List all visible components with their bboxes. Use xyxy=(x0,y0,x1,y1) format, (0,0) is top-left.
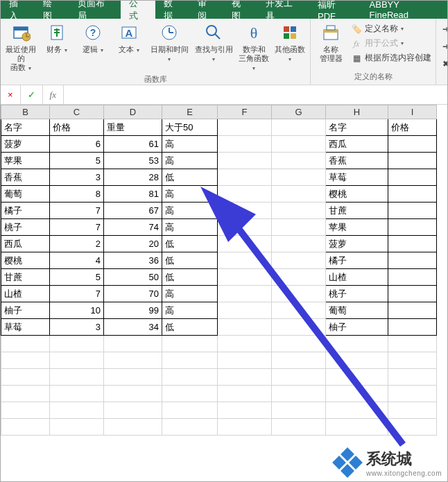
cell[interactable]: 草莓 xyxy=(326,169,388,186)
cell[interactable] xyxy=(1,402,50,419)
cell[interactable] xyxy=(218,169,272,186)
cell[interactable]: 高 xyxy=(162,219,218,236)
text-button[interactable]: A 文本 ▾ xyxy=(113,21,145,55)
cell[interactable] xyxy=(218,219,272,236)
tab-5[interactable]: 审阅 xyxy=(189,1,223,19)
cell[interactable]: 高 xyxy=(162,186,218,203)
cell[interactable]: 名字 xyxy=(1,119,50,136)
cell[interactable]: 高 xyxy=(162,153,218,169)
tab-1[interactable]: 绘图 xyxy=(35,1,69,19)
cell[interactable]: 高 xyxy=(162,286,218,302)
cell[interactable] xyxy=(162,369,218,386)
cell[interactable] xyxy=(388,186,437,203)
cell[interactable] xyxy=(388,286,437,302)
cell[interactable] xyxy=(272,136,326,153)
cell[interactable] xyxy=(218,119,272,136)
cell[interactable] xyxy=(218,153,272,169)
cell[interactable] xyxy=(272,386,326,402)
tab-4[interactable]: 数据 xyxy=(155,1,189,19)
col-header[interactable]: C xyxy=(50,105,104,119)
cell[interactable] xyxy=(162,419,218,436)
cell[interactable]: 西瓜 xyxy=(1,236,50,252)
cell[interactable]: 价格 xyxy=(388,119,437,136)
cell[interactable] xyxy=(218,269,272,286)
financial-button[interactable]: 财务 ▾ xyxy=(41,21,73,55)
cell[interactable] xyxy=(218,286,272,302)
cell[interactable]: 53 xyxy=(104,153,162,169)
cell[interactable] xyxy=(218,319,272,336)
cell[interactable]: 2 xyxy=(50,236,104,252)
cell[interactable] xyxy=(218,186,272,203)
cell[interactable] xyxy=(104,386,162,402)
cell[interactable]: 3 xyxy=(50,319,104,336)
cell[interactable]: 7 xyxy=(50,203,104,219)
cell[interactable] xyxy=(388,269,437,286)
cell[interactable] xyxy=(1,352,50,369)
cell[interactable]: 低 xyxy=(162,169,218,186)
trace-button[interactable]: ➔追 xyxy=(440,21,448,36)
cell[interactable] xyxy=(218,369,272,386)
cell[interactable]: 甘蔗 xyxy=(1,269,50,286)
cell[interactable] xyxy=(50,352,104,369)
cell[interactable]: 低 xyxy=(162,269,218,286)
tab-3[interactable]: 公式 xyxy=(121,1,155,19)
cell[interactable] xyxy=(388,252,437,269)
cell[interactable] xyxy=(272,302,326,319)
cell[interactable]: 葡萄 xyxy=(326,302,388,319)
cell[interactable] xyxy=(104,419,162,436)
cell[interactable] xyxy=(218,402,272,419)
cell[interactable]: 香蕉 xyxy=(1,169,50,186)
cell[interactable]: 5 xyxy=(50,269,104,286)
cell[interactable]: 36 xyxy=(104,252,162,269)
cell[interactable]: 甘蔗 xyxy=(326,203,388,219)
cell[interactable] xyxy=(272,252,326,269)
cell[interactable] xyxy=(326,386,388,402)
col-header[interactable]: H xyxy=(326,105,388,119)
cell[interactable]: 香蕉 xyxy=(326,153,388,169)
cell[interactable] xyxy=(1,386,50,402)
cell[interactable]: 61 xyxy=(104,136,162,153)
cell[interactable] xyxy=(218,302,272,319)
tab-6[interactable]: 视图 xyxy=(223,1,257,19)
cell[interactable]: 8 xyxy=(50,186,104,203)
cell[interactable]: 橘子 xyxy=(326,252,388,269)
cell[interactable] xyxy=(104,402,162,419)
col-header[interactable]: I xyxy=(388,105,437,119)
cell[interactable] xyxy=(50,369,104,386)
cell[interactable] xyxy=(218,236,272,252)
cell[interactable]: 高 xyxy=(162,302,218,319)
cell[interactable]: 高 xyxy=(162,203,218,219)
cell[interactable] xyxy=(272,402,326,419)
cell[interactable]: 苹果 xyxy=(1,153,50,169)
sheet-area[interactable]: BCDEFGHI 名字价格重量大于50名字价格菠萝661高西瓜苹果553高香蕉香… xyxy=(1,105,447,481)
cell[interactable]: 菠萝 xyxy=(1,136,50,153)
cell[interactable] xyxy=(162,352,218,369)
cell[interactable]: 草莓 xyxy=(1,319,50,336)
cell[interactable] xyxy=(218,419,272,436)
cell[interactable]: 菠萝 xyxy=(326,236,388,252)
enter-icon[interactable]: ✓ xyxy=(21,85,43,104)
cell[interactable]: 7 xyxy=(50,286,104,302)
cell[interactable] xyxy=(272,419,326,436)
cell[interactable] xyxy=(272,203,326,219)
col-header[interactable]: G xyxy=(272,105,326,119)
cell[interactable]: 74 xyxy=(104,219,162,236)
cell[interactable] xyxy=(272,153,326,169)
cell[interactable]: 低 xyxy=(162,236,218,252)
cell[interactable]: 7 xyxy=(50,219,104,236)
tab-9[interactable]: ABBYY FineRead xyxy=(361,1,447,19)
cell[interactable] xyxy=(388,136,437,153)
col-header[interactable]: E xyxy=(162,105,218,119)
cell[interactable] xyxy=(272,219,326,236)
cell[interactable] xyxy=(326,419,388,436)
cell[interactable]: 34 xyxy=(104,319,162,336)
cell[interactable]: 苹果 xyxy=(326,219,388,236)
cell[interactable] xyxy=(272,369,326,386)
cell[interactable] xyxy=(218,336,272,352)
cell[interactable] xyxy=(1,419,50,436)
cancel-icon[interactable]: × xyxy=(1,85,21,104)
cell[interactable]: 低 xyxy=(162,319,218,336)
cell[interactable]: 名字 xyxy=(326,119,388,136)
cell[interactable]: 山楂 xyxy=(1,286,50,302)
datetime-button[interactable]: 日期和时间 ▾ xyxy=(149,21,189,64)
